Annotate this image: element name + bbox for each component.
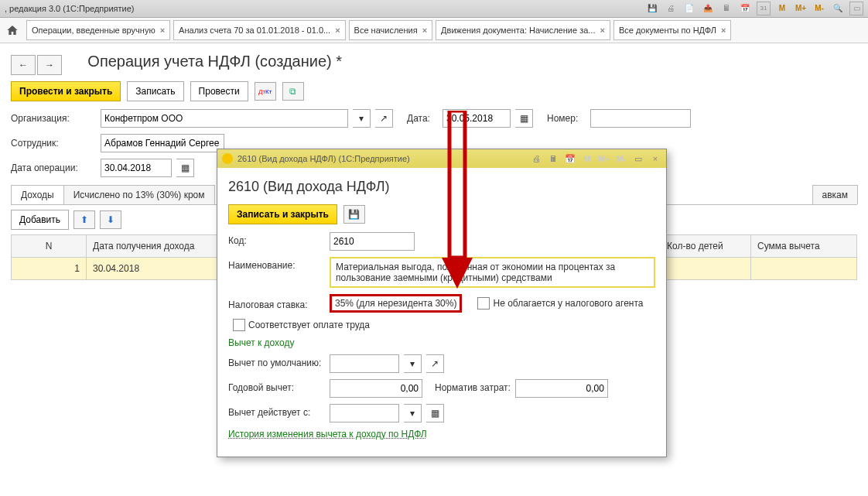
page-title: Операция учета НДФЛ (создание) *	[87, 53, 342, 70]
back-button[interactable]: ←	[11, 55, 36, 75]
home-icon[interactable]	[5, 22, 20, 38]
save-icon[interactable]: 💾	[645, 2, 659, 15]
code-row: Код:	[228, 232, 655, 251]
calendar-icon[interactable]: 📅	[738, 2, 752, 15]
calendar-icon[interactable]: 📅	[564, 152, 576, 165]
date-input[interactable]	[443, 109, 511, 128]
deduct-def-input[interactable]	[330, 354, 399, 373]
m-plus-button[interactable]: M+	[794, 2, 808, 15]
m-plus-button[interactable]: M+	[598, 152, 610, 165]
cell-child	[661, 258, 751, 280]
disk-icon[interactable]: 💾	[343, 205, 365, 224]
not-taxed-checkbox[interactable]	[477, 297, 490, 310]
org-input[interactable]	[101, 109, 348, 128]
opdate-label: Дата операции:	[11, 162, 96, 173]
calendar-icon[interactable]: ▦	[426, 404, 444, 422]
rate-value-highlight[interactable]: 35% (для нерезидента 30%)	[330, 294, 462, 313]
calc-icon[interactable]: 🖩	[547, 152, 559, 165]
dt-kt-icon[interactable]: ДтКт	[255, 82, 276, 101]
emp-label: Сотрудник:	[11, 138, 96, 149]
calendar-icon[interactable]: ▦	[515, 109, 533, 128]
open-icon[interactable]: ↗	[426, 354, 444, 373]
col-child: Кол-во детей	[661, 235, 751, 258]
cal31-icon[interactable]: 31	[757, 2, 771, 15]
dialog-toolbar: Записать и закрыть 💾	[228, 204, 655, 224]
main-toolbar: Провести и закрыть Записать Провести ДтК…	[11, 81, 857, 101]
tab-analysis[interactable]: Анализ счета 70 за 01.01.2018 - 01.0... …	[173, 20, 346, 40]
salary-label: Соответствует оплате труда	[248, 320, 370, 330]
number-label: Номер:	[547, 113, 586, 124]
deduct-default-row: Вычет по умолчанию: ▾ ↗	[228, 354, 655, 373]
tab-movements[interactable]: Движения документа: Начисление за... ×	[436, 20, 610, 40]
tab-operations[interactable]: Операции, введенные вручную ×	[26, 20, 170, 40]
doc-icon[interactable]: 📄	[682, 2, 696, 15]
rate-label: Налоговая ставка:	[228, 296, 325, 310]
app-title-bar: , редакция 3.0 (1С:Предприятие) 💾 🖨 📄 📤 …	[0, 0, 868, 18]
cell-date: 30.04.2018	[87, 258, 231, 280]
logo-icon	[222, 153, 233, 164]
tray-icon[interactable]: 📤	[701, 2, 715, 15]
m-minus-button[interactable]: M-	[615, 152, 627, 165]
deduct-from-input[interactable]	[330, 404, 399, 422]
subtab-rates[interactable]: авкам	[812, 185, 859, 204]
col-date: Дата получения дохода	[87, 235, 231, 258]
dropdown-icon[interactable]: ▾	[404, 354, 422, 373]
cell-sum	[751, 258, 857, 280]
tab-ndfl-docs[interactable]: Все документы по НДФЛ ×	[613, 20, 732, 40]
open-icon[interactable]: ↗	[375, 109, 393, 128]
norm-input[interactable]	[515, 379, 608, 398]
emp-input[interactable]	[101, 134, 224, 152]
forward-button[interactable]: →	[37, 55, 62, 75]
save-button[interactable]: Записать	[127, 81, 183, 101]
opdate-input[interactable]	[101, 159, 172, 177]
yearly-row: Годовой вычет: Норматив затрат:	[228, 379, 655, 398]
number-input[interactable]	[590, 109, 691, 128]
m-minus-button[interactable]: M-	[812, 2, 826, 15]
m-button[interactable]: M	[775, 2, 789, 15]
cell-n: 1	[12, 258, 87, 280]
dropdown-icon[interactable]: ▾	[404, 404, 422, 422]
calc-icon[interactable]: 🖩	[719, 2, 733, 15]
col-sum: Сумма вычета	[751, 235, 857, 258]
close-icon[interactable]: ×	[649, 152, 661, 165]
name-row: Наименование: Материальная выгода, получ…	[228, 257, 655, 288]
calendar-icon[interactable]: ▦	[176, 159, 194, 177]
not-taxed-label: Не облагается у налогового агента	[493, 298, 643, 309]
dialog-heading: 2610 (Вид дохода НДФЛ)	[228, 179, 655, 195]
arrow-up-icon[interactable]: ⬆	[73, 210, 95, 229]
subtab-income[interactable]: Доходы	[11, 185, 64, 204]
arrow-down-icon[interactable]: ⬇	[100, 210, 121, 229]
code-input[interactable]	[330, 232, 415, 251]
windows-icon[interactable]: ▭	[849, 2, 863, 15]
print-icon[interactable]: 🖨	[530, 152, 542, 165]
minimize-icon[interactable]: ▭	[632, 152, 644, 165]
proceed-close-button[interactable]: Провести и закрыть	[11, 81, 121, 101]
close-icon[interactable]: ×	[422, 26, 427, 35]
header-row: ← → Операция учета НДФЛ (создание) *	[11, 48, 857, 81]
name-value-highlight[interactable]: Материальная выгода, полученная от эконо…	[330, 257, 655, 288]
subtab-calc13[interactable]: Исчислено по 13% (30%) кром	[63, 185, 215, 204]
dialog-body: 2610 (Вид дохода НДФЛ) Записать и закрыт…	[217, 168, 666, 457]
col-n: N	[12, 235, 87, 258]
yearly-input[interactable]	[330, 379, 422, 398]
add-button[interactable]: Добавить	[11, 210, 69, 230]
rate-row: Налоговая ставка: 35% (для нерезидента 3…	[228, 294, 655, 313]
close-icon[interactable]: ×	[600, 26, 604, 35]
tab-accruals[interactable]: Все начисления ×	[349, 20, 433, 40]
deduct-header: Вычет к доходу	[228, 337, 294, 348]
dropdown-icon[interactable]: ▾	[353, 109, 371, 128]
structure-icon[interactable]: ⧉	[282, 82, 304, 101]
close-icon[interactable]: ×	[335, 26, 340, 35]
proceed-button[interactable]: Провести	[190, 81, 248, 101]
name-label: Наименование:	[228, 257, 325, 271]
dialog-title-bar: 2610 (Вид дохода НДФЛ) (1С:Предприятие) …	[217, 149, 666, 168]
zoom-icon[interactable]: 🔍	[831, 2, 845, 15]
close-icon[interactable]: ×	[721, 26, 726, 35]
close-icon[interactable]: ×	[160, 26, 165, 35]
print-icon[interactable]: 🖨	[664, 2, 678, 15]
dialog-save-close-button[interactable]: Записать и закрыть	[228, 204, 337, 224]
deduct-def-label: Вычет по умолчанию:	[228, 354, 325, 368]
m-button[interactable]: M	[581, 152, 593, 165]
salary-checkbox[interactable]	[233, 319, 245, 331]
history-link[interactable]: История изменения вычета к доходу по НДФ…	[228, 429, 427, 440]
